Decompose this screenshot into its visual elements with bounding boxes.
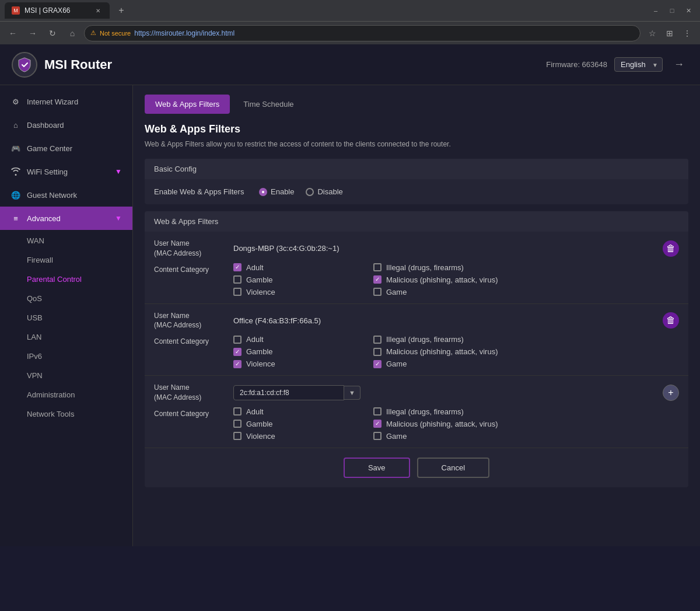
cb-adult-2[interactable]: Adult [233,335,350,344]
enable-radio-dot [259,188,267,196]
bookmark-button[interactable]: ☆ [644,25,660,41]
cb-adult-1[interactable]: Adult [233,263,350,272]
browser-window: M MSI | GRAX66 ✕ + – □ ✕ ← → ↻ ⌂ ⚠ Not s… [0,0,700,44]
sidebar-item-label-advanced: Advanced [27,214,61,223]
new-tab-button[interactable]: + [114,4,128,18]
sidebar-subitem-lan[interactable]: LAN [0,327,132,347]
reload-button[interactable]: ↻ [44,25,61,41]
back-button[interactable]: ← [5,25,21,41]
logo-area: MSI Router [12,52,546,78]
filter-entry-3: User Name(MAC Address) 2c:fd:a1:cd:cf:f8… [145,376,688,448]
gamepad-icon: 🎮 [10,143,21,153]
delete-entry-1-button[interactable]: 🗑 [663,240,679,257]
sidebar-item-game-center[interactable]: 🎮 Game Center [0,137,132,160]
page-description: Web & Apps Filters allow you to restrict… [145,139,688,149]
browser-tab[interactable]: M MSI | GRAX66 ✕ [5,2,110,19]
cb-violence-1-box [233,288,242,296]
cb-malicious-1-label: Malicious (phishing, attack, virus) [386,275,498,284]
language-select[interactable]: English [614,57,663,72]
security-warning: ⚠ [90,29,96,37]
menu-button[interactable]: ⋮ [679,25,695,41]
disable-radio-option[interactable]: Disable [306,187,342,196]
cb-adult-2-box [233,336,242,344]
forward-button[interactable]: → [24,25,41,41]
filters-section-header: Web & Apps Filters [145,211,688,232]
sidebar-subitem-parental-control[interactable]: Parental Control [0,270,132,289]
cb-malicious-3-label: Malicious (phishing, attack, virus) [386,420,498,428]
cb-violence-2[interactable]: Violence [233,359,350,368]
delete-entry-2-button[interactable]: 🗑 [663,312,679,329]
sidebar-item-guest-network[interactable]: 🌐 Guest Network [0,183,132,207]
cb-malicious-2[interactable]: Malicious (phishing, attack, virus) [373,347,679,356]
extension-button[interactable]: ⊞ [662,25,678,41]
mac-dropdown-arrow: ▼ [344,386,360,400]
content-cat-label-1: Content Category [154,263,224,296]
cb-gamble-2[interactable]: Gamble [233,347,350,356]
add-entry-button[interactable]: + [663,385,679,401]
close-tab-button[interactable]: ✕ [93,6,103,15]
cb-malicious-3[interactable]: Malicious (phishing, attack, virus) [373,420,679,428]
language-selector-wrapper: English [614,57,663,72]
sidebar-subitem-wan[interactable]: WAN [0,231,132,250]
cb-gamble-3-box [233,420,242,428]
checkboxes-3: Adult Illegal (drugs, firearms) Gamble [233,407,679,441]
sidebar-item-dashboard[interactable]: ⌂ Dashboard [0,113,132,137]
sidebar-subitem-qos[interactable]: QoS [0,289,132,308]
sidebar-subitem-vpn[interactable]: VPN [0,366,132,385]
checkboxes-2: Adult Illegal (drugs, firearms) Gamble [233,335,679,368]
sidebar-item-advanced[interactable]: ≡ Advanced ▼ [0,207,132,230]
tabs: Web & Apps Filters Time Schedule [145,95,688,114]
home-button[interactable]: ⌂ [64,25,80,41]
window-controls: – □ ✕ [649,4,695,18]
sidebar-subitem-firewall[interactable]: Firewall [0,250,132,270]
cancel-button[interactable]: Cancel [417,458,489,478]
sliders-icon: ≡ [10,213,21,224]
sidebar-item-label-game-center: Game Center [27,144,72,153]
cb-adult-1-label: Adult [246,263,264,272]
web-apps-filters-section: Web & Apps Filters User Name(MAC Address… [145,211,688,487]
logout-button[interactable]: → [670,55,688,74]
cb-illegal-1[interactable]: Illegal (drugs, firearms) [373,263,679,272]
wifi-chevron-icon: ▼ [115,167,122,176]
minimize-button[interactable]: – [649,4,663,18]
user-value-2: Office (F4:6a:B3:fF:66a.5) [233,316,653,325]
save-button[interactable]: Save [344,458,410,478]
cb-game-1[interactable]: Game [373,288,679,296]
cb-illegal-3-label: Illegal (drugs, firearms) [386,407,464,416]
address-bar[interactable]: ⚠ Not secure https://msirouter.login/ind… [84,25,640,41]
shield-icon [16,57,33,73]
content-cat-label-3: Content Category [154,407,224,441]
cb-gamble-1[interactable]: Gamble [233,275,350,284]
sidebar-subitem-network-tools[interactable]: Network Tools [0,404,132,424]
mac-select-3[interactable]: 2c:fd:a1:cd:cf:f8 [233,385,344,400]
cb-gamble-1-box [233,275,242,284]
disable-radio-label: Disable [317,187,342,196]
cb-illegal-3[interactable]: Illegal (drugs, firearms) [373,407,679,416]
cb-violence-2-label: Violence [246,359,275,368]
main-content: Web & Apps Filters Time Schedule Web & A… [133,85,700,546]
cb-violence-1[interactable]: Violence [233,288,350,296]
sidebar-item-wifi-setting[interactable]: WiFi Setting ▼ [0,160,132,183]
cb-illegal-2[interactable]: Illegal (drugs, firearms) [373,335,679,344]
sidebar-subitem-usb[interactable]: USB [0,308,132,327]
cb-adult-3[interactable]: Adult [233,407,350,416]
header-right: Firmware: 663648 English → [546,55,688,74]
content-cat-row-1: Content Category Adult Illegal (drugs, f… [145,261,688,303]
enable-radio-option[interactable]: Enable [259,187,294,196]
maximize-button[interactable]: □ [665,4,679,18]
sidebar-item-internet-wizard[interactable]: ⚙ Internet Wizard [0,90,132,113]
sidebar-subitem-administration[interactable]: Administration [0,385,132,404]
sidebar-item-label-internet-wizard: Internet Wizard [27,97,78,106]
cb-gamble-3[interactable]: Gamble [233,420,350,428]
cb-malicious-1[interactable]: Malicious (phishing, attack, virus) [373,275,679,284]
filter-row-2-user: User Name(MAC Address) Office (F4:6a:B3:… [145,304,688,333]
cb-game-2[interactable]: Game [373,359,679,368]
tab-web-apps-filters[interactable]: Web & Apps Filters [145,95,230,114]
cb-illegal-3-box [373,407,382,416]
tab-time-schedule[interactable]: Time Schedule [232,95,304,114]
close-window-button[interactable]: ✕ [681,4,695,18]
sidebar-subitem-ipv6[interactable]: IPv6 [0,347,132,366]
browser-toolbar: ← → ↻ ⌂ ⚠ Not secure https://msirouter.l… [0,21,700,44]
cb-game-3[interactable]: Game [373,432,679,441]
cb-violence-3[interactable]: Violence [233,432,350,441]
